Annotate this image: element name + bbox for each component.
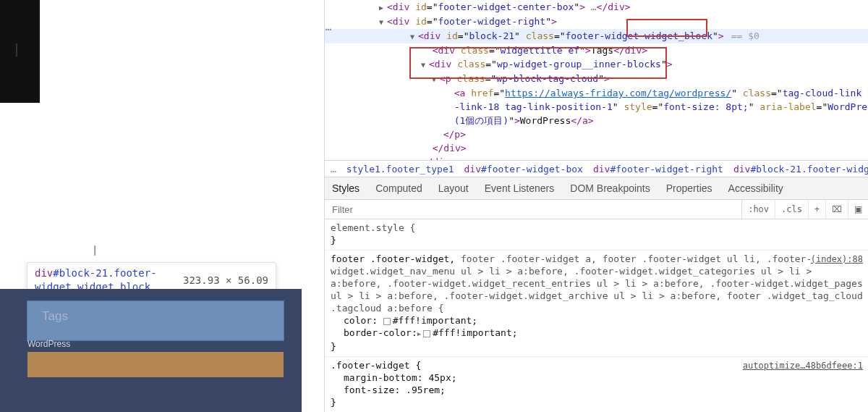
tag-link-text[interactable]: WordPress [27,339,70,349]
page-preview-thumb [0,0,40,103]
crumb-item[interactable]: style1.footer_type1 [346,164,454,175]
cls-button[interactable]: .cls [775,200,809,219]
styles-pane[interactable]: element.style { } (index):88 footer .foo… [325,219,868,412]
css-prop[interactable]: font-size: .95rem; [331,384,863,396]
device-icon[interactable]: ⌧ [826,200,848,219]
tab-layout[interactable]: Layout [438,182,469,194]
dom-node-cont: -link-18 tag-link-position-1" style="fon… [325,100,868,114]
css-prop[interactable]: margin-bottom: 45px; [331,371,863,384]
tab-styles[interactable]: Styles [332,182,359,194]
color-swatch-icon[interactable] [383,318,391,325]
dom-node[interactable]: ▶<div id="footer-widget-center-box"> …</… [325,0,868,14]
tooltip-dims: 323.93 × 56.09 [176,274,268,286]
css-prop[interactable]: color: #fff!important; [331,314,863,327]
dom-node-cont: (1個の項目)">WordPress</a> [325,114,868,127]
color-swatch-icon[interactable] [423,330,430,337]
tag-margin-highlight [27,352,284,377]
tooltip-tag: div [35,267,53,279]
dom-close: </div> [325,155,868,160]
hov-button[interactable]: :hov [742,200,775,219]
tab-computed[interactable]: Computed [375,182,422,194]
dom-close: </p> [325,127,868,141]
dom-tree[interactable]: ▶<div id="footer-widget-center-box"> …</… [325,0,868,160]
style-rule[interactable]: autoptimize…48b6dfeee:1 .footer-widget {… [325,357,868,412]
style-rule[interactable]: (index):88 footer .footer-widget, footer… [325,251,868,357]
filter-input[interactable] [325,204,741,215]
filter-bar: :hov .cls + ⌧ ▣ [325,200,868,219]
tooltip-id: #block-21 [53,267,108,279]
panel-toggle-icon[interactable]: ▣ [848,200,868,219]
annotation-box [626,19,707,37]
crumb-item[interactable]: div#footer-widget-box [464,164,583,175]
source-link[interactable]: autoptimize…48b6dfeee:1 [743,360,863,372]
tags-heading: Tags [42,309,68,324]
tab-properties[interactable]: Properties [666,182,712,194]
dom-close: </div> [325,141,868,155]
annotation-box [409,47,667,79]
dom-node[interactable]: <a href="https://always-friday.com/tag/w… [325,86,868,100]
style-rule[interactable]: element.style { } [325,219,868,251]
tab-accessibility[interactable]: Accessibility [728,182,783,194]
resize-handle[interactable]: || [93,244,94,256]
source-link[interactable]: (index):88 [811,253,863,266]
tab-event-listeners[interactable]: Event Listeners [485,182,555,194]
css-prop[interactable]: border-color:▶#fff!important; [331,327,863,340]
dom-node-selected[interactable]: ▼<div id="block-21" class="footer-widget… [325,29,868,43]
ellipsis-icon[interactable]: ⋯ [326,22,331,36]
new-rule-button[interactable]: + [809,200,826,219]
crumb-item[interactable]: div#block-21.footer-widget.widget_block [733,164,868,175]
dom-node[interactable]: ▼<div id="footer-widget-right"> [325,14,868,29]
styles-tabs: Styles Computed Layout Event Listeners D… [325,177,868,200]
crumb-more[interactable]: … [331,164,336,175]
breadcrumb[interactable]: … style1.footer_type1 div#footer-widget-… [325,160,868,177]
tab-dom-breakpoints[interactable]: DOM Breakpoints [570,182,650,194]
crumb-item[interactable]: div#footer-widget-right [593,164,723,175]
